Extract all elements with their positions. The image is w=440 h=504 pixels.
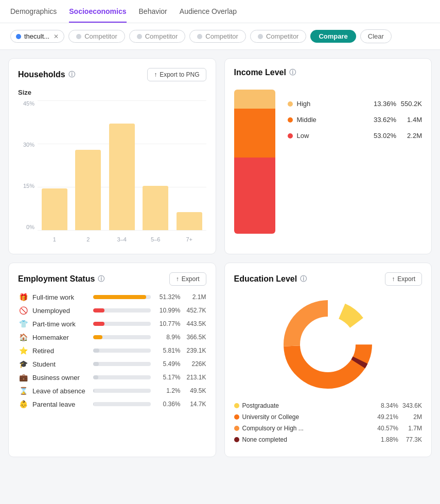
emp-label: Retired — [32, 347, 89, 355]
edu-legend-val: 343.6K — [401, 402, 422, 409]
emp-pct: 5.17% — [155, 374, 181, 381]
audience-close-icon[interactable]: ✕ — [54, 33, 59, 40]
emp-count: 2.1M — [185, 293, 206, 301]
audience-name: thecult... — [24, 32, 49, 40]
competitor-chip-4[interactable]: Competitor — [250, 30, 307, 43]
export-icon-emp: ↑ — [176, 275, 179, 283]
export-up-icon: ↑ — [154, 71, 157, 78]
income-legend-dot — [288, 117, 293, 123]
emp-bar-fill — [93, 362, 99, 366]
households-header: Households ⓘ ↑ Export to PNG — [18, 68, 206, 81]
emp-bar-track — [93, 375, 151, 379]
income-legend-val: 550.2K — [400, 100, 422, 108]
emp-count: 49.5K — [185, 387, 206, 394]
emp-label: Leave of absence — [32, 387, 89, 395]
competitor-chip-1[interactable]: Competitor — [68, 30, 125, 43]
emp-bar-track — [93, 389, 151, 393]
income-legend-pct: 53.02% — [372, 132, 396, 140]
emp-pct: 1.2% — [155, 387, 181, 394]
tab-demographics[interactable]: Demographics — [10, 7, 57, 23]
education-export-button[interactable]: ↑ Export — [385, 272, 422, 286]
bar-fill — [109, 124, 135, 230]
audience-chip[interactable]: thecult... ✕ — [10, 30, 64, 43]
tab-socioeconomics[interactable]: Socioeconomics — [69, 7, 126, 23]
income-legend-val: 2.2M — [400, 132, 422, 140]
audience-dot — [16, 34, 21, 39]
income-content: High 13.36% 550.2K Middle 33.62% 1.4M Lo… — [234, 84, 423, 234]
education-header: Education Level ⓘ ↑ Export — [234, 272, 423, 286]
income-header: Income Level ⓘ — [234, 68, 423, 77]
income-info-icon[interactable]: ⓘ — [289, 68, 296, 77]
emp-label: Full-time work — [32, 293, 89, 301]
income-legend-dot — [288, 133, 293, 138]
emp-pct: 51.32% — [155, 293, 181, 301]
edu-legend-pct: 40.57% — [376, 425, 398, 432]
tab-behavior[interactable]: Behavior — [139, 7, 167, 23]
tab-audience-overlap[interactable]: Audience Overlap — [180, 7, 237, 23]
bottom-row: Employment Status ⓘ ↑ Export 🎁 Full-time… — [8, 263, 432, 457]
bar-group — [72, 100, 105, 230]
competitor-chip-2[interactable]: Competitor — [129, 30, 186, 43]
income-legend-item: Low 53.02% 2.2M — [288, 132, 423, 140]
edu-legend-pct: 1.88% — [376, 436, 398, 443]
education-info-icon[interactable]: ⓘ — [300, 274, 307, 284]
emp-count: 213.1K — [185, 374, 206, 381]
nav-tabs: Demographics Socioeconomics Behavior Aud… — [0, 0, 440, 23]
employment-title: Employment Status ⓘ — [18, 274, 104, 284]
emp-icon: ⭐ — [18, 346, 28, 355]
income-bar-segment-high — [234, 90, 275, 109]
employment-row: 🎁 Full-time work 51.32% 2.1M — [18, 293, 206, 301]
employment-row: ⭐ Retired 5.81% 239.1K — [18, 346, 206, 355]
edu-legend-label: Postgraduate — [242, 402, 373, 409]
income-legend-pct: 33.62% — [372, 116, 396, 124]
households-export-button[interactable]: ↑ Export to PNG — [147, 68, 206, 81]
competitor-dot-3 — [197, 34, 202, 39]
education-card: Education Level ⓘ ↑ Export — [224, 263, 432, 457]
edu-legend-dot — [234, 426, 239, 431]
emp-label: Part-time work — [32, 320, 89, 328]
edu-legend-val: 77.3K — [401, 436, 422, 443]
edu-legend-dot — [234, 437, 239, 442]
edu-legend-val: 2M — [401, 413, 422, 421]
main-content: Households ⓘ ↑ Export to PNG Size 45% 30… — [0, 50, 440, 465]
x-label: 2 — [72, 236, 105, 242]
employment-info-icon[interactable]: ⓘ — [98, 274, 104, 284]
bar-group — [172, 100, 206, 230]
income-legend-val: 1.4M — [400, 116, 422, 124]
x-labels: 123–45–67+ — [38, 236, 206, 242]
x-label: 5–6 — [139, 236, 173, 242]
size-bar-chart: 45% 30% 15% 0% 123–45–67+ — [18, 100, 206, 245]
emp-icon: 💼 — [18, 373, 28, 381]
income-legend-dot — [288, 101, 293, 107]
households-card: Households ⓘ ↑ Export to PNG Size 45% 30… — [8, 58, 216, 254]
emp-bar-track — [93, 308, 151, 312]
emp-label: Unemployed — [32, 307, 89, 315]
employment-export-button[interactable]: ↑ Export — [169, 272, 206, 286]
emp-count: 239.1K — [185, 347, 206, 354]
emp-icon: 🏠 — [18, 333, 28, 341]
bar-fill — [42, 188, 67, 230]
emp-bar-fill — [93, 308, 104, 312]
emp-bar-fill — [93, 349, 99, 353]
compare-button[interactable]: Compare — [310, 30, 356, 43]
x-label: 1 — [38, 236, 72, 242]
bar-fill — [143, 186, 168, 230]
competitor-chip-3[interactable]: Competitor — [189, 30, 246, 43]
emp-count: 14.7K — [185, 401, 206, 408]
edu-legend-pct: 49.21% — [376, 413, 398, 421]
education-donut-container: Postgraduate 8.34% 343.6K University or … — [234, 293, 423, 447]
emp-count: 443.5K — [185, 320, 206, 327]
emp-pct: 10.77% — [155, 320, 181, 327]
edu-legend-label: None completed — [242, 436, 373, 443]
emp-count: 226K — [185, 360, 206, 368]
competitor-label-4: Competitor — [266, 32, 299, 40]
income-legend-item: Middle 33.62% 1.4M — [288, 116, 423, 124]
households-info-icon[interactable]: ⓘ — [68, 70, 75, 79]
edu-legend-dot — [234, 403, 239, 408]
income-legend-item: High 13.36% 550.2K — [288, 100, 423, 108]
emp-pct: 8.9% — [155, 334, 181, 341]
emp-icon: 🎓 — [18, 360, 28, 368]
households-title: Households ⓘ — [18, 70, 75, 79]
clear-button[interactable]: Clear — [360, 29, 392, 43]
emp-bar-fill — [93, 375, 98, 379]
